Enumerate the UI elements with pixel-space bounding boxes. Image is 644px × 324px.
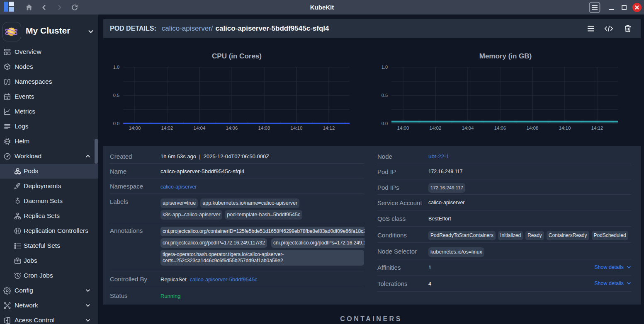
svg-text:1.0: 1.0: [382, 65, 388, 70]
svg-text:14:00: 14:00: [129, 126, 141, 131]
svg-text:14:08: 14:08: [527, 126, 539, 131]
svg-text:14:02: 14:02: [430, 126, 442, 131]
svg-text:14:04: 14:04: [462, 126, 474, 131]
svg-text:HELM: HELM: [5, 140, 10, 143]
svg-text:14:06: 14:06: [494, 126, 506, 131]
svg-text:14:04: 14:04: [194, 126, 206, 131]
svg-text:0.0: 0.0: [382, 121, 388, 126]
svg-text:14:02: 14:02: [161, 126, 173, 131]
svg-text:14:08: 14:08: [258, 126, 270, 131]
svg-text:14:10: 14:10: [559, 126, 571, 131]
svg-text:14:10: 14:10: [291, 126, 303, 131]
svg-text:14:12: 14:12: [591, 126, 603, 131]
svg-text:0.5: 0.5: [382, 93, 388, 98]
svg-text:14:00: 14:00: [397, 126, 409, 131]
svg-text:14:06: 14:06: [226, 126, 238, 131]
svg-text:1.0: 1.0: [113, 65, 119, 70]
svg-text:0.0: 0.0: [113, 121, 119, 126]
svg-text:14:12: 14:12: [323, 126, 335, 131]
svg-text:0.5: 0.5: [113, 93, 119, 98]
